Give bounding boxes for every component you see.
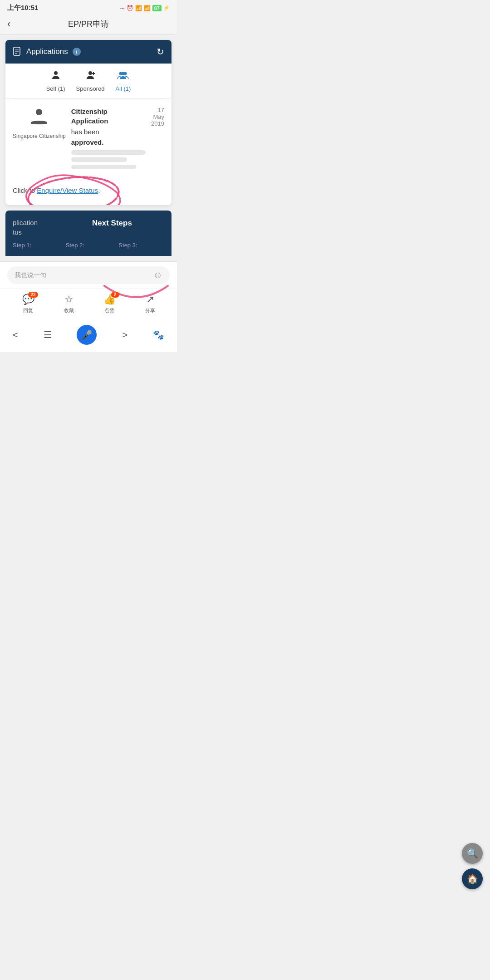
app-date-row: Citizenship Application 17 May 2019 bbox=[71, 107, 164, 127]
share-button[interactable]: ↗ 分享 bbox=[145, 294, 155, 314]
mic-button[interactable]: 🎤 bbox=[77, 325, 97, 345]
nav-forward-button[interactable]: > bbox=[122, 330, 127, 340]
page-title: EP/PR申请 bbox=[68, 19, 109, 29]
favorite-label: 收藏 bbox=[64, 307, 74, 314]
nav-menu-button[interactable]: ☰ bbox=[44, 329, 52, 340]
steps-row: Step 1: Step 2: Step 3: bbox=[13, 241, 164, 249]
enquire-text: Click to bbox=[13, 186, 37, 194]
enquire-link[interactable]: Enquire/View Status bbox=[37, 186, 98, 194]
app-label: Singapore Citizenship bbox=[13, 133, 66, 140]
clock-icon: ⏰ bbox=[127, 5, 133, 11]
share-label: 分享 bbox=[145, 307, 155, 314]
card-header: Applications i ↻ bbox=[5, 40, 172, 64]
step-1-col: Step 1: bbox=[13, 241, 59, 249]
self-tab[interactable]: Self (1) bbox=[46, 70, 65, 92]
main-content: Applications i ↻ Self (1) Sponsored bbox=[0, 34, 177, 261]
back-button[interactable]: ‹ bbox=[7, 18, 10, 30]
reply-label: 回复 bbox=[23, 307, 33, 314]
status-icons: ··· ⏰ 📶 📶 87 ⚡ bbox=[120, 5, 170, 11]
bottom-action-bar: 我也说一句 ☺ bbox=[0, 261, 177, 289]
nav-paw-button[interactable]: 🐾 bbox=[153, 329, 164, 340]
enquire-period: . bbox=[98, 186, 100, 194]
nav-back-button[interactable]: < bbox=[13, 330, 18, 340]
all-label: All (1) bbox=[115, 85, 131, 92]
signal-dots: ··· bbox=[120, 5, 125, 11]
like-button[interactable]: 👍 2 点赞 bbox=[103, 294, 116, 314]
next-steps-row: plication tus Next Steps bbox=[13, 218, 164, 237]
battery-level: 87 bbox=[152, 5, 162, 11]
svg-point-11 bbox=[36, 109, 42, 115]
like-label: 点赞 bbox=[104, 307, 114, 314]
refresh-button[interactable]: ↻ bbox=[157, 46, 164, 57]
step-2-col: Step 2: bbox=[66, 241, 112, 249]
enquire-section: Click to Enquire/View Status. bbox=[5, 179, 172, 205]
bottom-actions: 💬 22 回复 ☆ 收藏 👍 2 点赞 ↗ 分享 bbox=[0, 289, 177, 320]
app-icon-column: Singapore Citizenship bbox=[13, 107, 66, 140]
next-steps-col-2: Next Steps bbox=[92, 218, 164, 237]
document-icon bbox=[13, 47, 22, 57]
share-icon: ↗ bbox=[146, 294, 154, 305]
sponsored-label: Sponsored bbox=[76, 85, 105, 92]
step-1-label: Step 1: bbox=[13, 242, 31, 249]
svg-point-5 bbox=[88, 71, 92, 75]
app-title: Citizenship Application bbox=[71, 107, 142, 126]
status-bar: 上午10:51 ··· ⏰ 📶 📶 87 ⚡ bbox=[0, 0, 177, 14]
app-status-partial-2: tus bbox=[13, 227, 85, 237]
blurred-line-2 bbox=[71, 157, 127, 162]
blurred-line-1 bbox=[71, 150, 146, 155]
like-badge: 2 bbox=[111, 292, 119, 298]
wifi-icon: 📶 bbox=[144, 5, 151, 11]
card-header-left: Applications i bbox=[13, 47, 81, 57]
reply-icon-wrapper: 💬 22 bbox=[22, 294, 34, 305]
filter-tabs: Self (1) Sponsored bbox=[5, 64, 172, 99]
self-icon bbox=[50, 70, 61, 83]
comment-input[interactable]: 我也说一句 ☺ bbox=[7, 266, 170, 284]
next-steps-title: Next Steps bbox=[92, 218, 164, 229]
favorite-button[interactable]: ☆ 收藏 bbox=[64, 294, 74, 314]
comment-placeholder: 我也说一句 bbox=[15, 271, 46, 279]
info-icon[interactable]: i bbox=[73, 48, 81, 56]
application-item[interactable]: Singapore Citizenship Citizenship Applic… bbox=[5, 99, 172, 179]
citizenship-icon bbox=[26, 107, 52, 130]
charging-icon: ⚡ bbox=[163, 5, 170, 11]
svg-rect-13 bbox=[31, 122, 47, 124]
all-tab[interactable]: All (1) bbox=[115, 70, 131, 92]
app-info: Citizenship Application 17 May 2019 has … bbox=[71, 107, 164, 172]
step-2-label: Step 2: bbox=[66, 242, 84, 249]
svg-point-4 bbox=[54, 71, 58, 75]
reply-button[interactable]: 💬 22 回复 bbox=[22, 294, 34, 314]
app-status-partial: plication bbox=[13, 218, 85, 227]
svg-point-10 bbox=[122, 72, 125, 75]
next-steps-card: plication tus Next Steps Step 1: Step 2:… bbox=[5, 211, 172, 256]
step-3-label: Step 3: bbox=[118, 242, 137, 249]
app-status: has been approved. bbox=[71, 127, 164, 147]
next-steps-col-1: plication tus bbox=[13, 218, 85, 237]
self-label: Self (1) bbox=[46, 85, 65, 92]
sponsored-tab[interactable]: Sponsored bbox=[76, 70, 105, 92]
time: 上午10:51 bbox=[7, 4, 38, 12]
app-date: 17 May 2019 bbox=[146, 107, 164, 127]
blurred-line-3 bbox=[71, 165, 137, 169]
signal-icon: 📶 bbox=[135, 5, 142, 11]
navigation-bar: ‹ EP/PR申请 bbox=[0, 14, 177, 34]
like-icon-wrapper: 👍 2 bbox=[103, 294, 116, 305]
system-nav: < ☰ 🎤 > 🐾 bbox=[0, 320, 177, 352]
svg-rect-0 bbox=[14, 47, 20, 55]
emoji-icon[interactable]: ☺ bbox=[153, 270, 162, 280]
sponsored-icon bbox=[85, 70, 96, 83]
applications-card: Applications i ↻ Self (1) Sponsored bbox=[5, 40, 172, 205]
card-title: Applications bbox=[26, 47, 68, 56]
reply-badge: 22 bbox=[28, 292, 38, 298]
star-icon: ☆ bbox=[64, 294, 74, 305]
all-icon bbox=[117, 70, 129, 83]
step-3-col: Step 3: bbox=[118, 241, 164, 249]
enquire-wrapper: Click to Enquire/View Status. bbox=[5, 179, 172, 205]
